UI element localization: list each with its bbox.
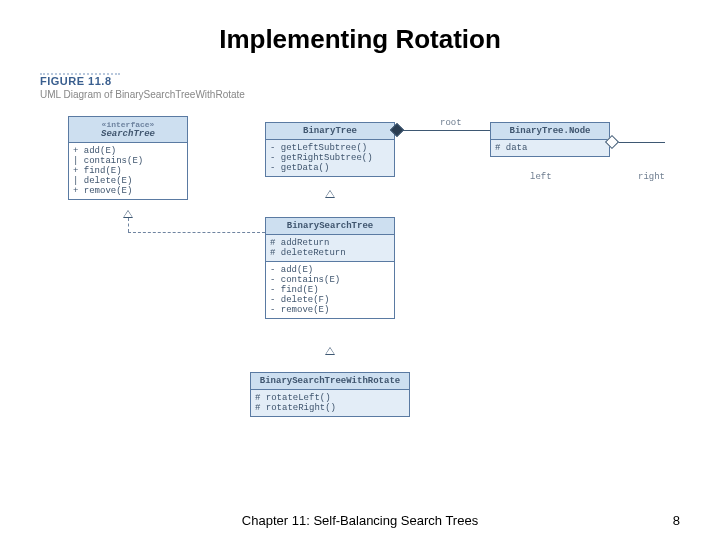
- realization-line-h: [128, 232, 265, 233]
- op: | contains(E): [73, 156, 183, 166]
- op: + remove(E): [73, 186, 183, 196]
- op: - getData(): [270, 163, 390, 173]
- op: - add(E): [270, 265, 390, 275]
- footer-chapter: Chapter 11: Self-Balancing Search Trees: [0, 513, 720, 528]
- footer-page-number: 8: [673, 513, 680, 528]
- class-name: SearchTree: [101, 129, 155, 139]
- uml-figure: FIGURE 11.8 UML Diagram of BinarySearchT…: [40, 72, 680, 472]
- op: - getLeftSubtree(): [270, 143, 390, 153]
- uml-class-rotate: BinarySearchTreeWithRotate # rotateLeft(…: [250, 372, 410, 417]
- op: + add(E): [73, 146, 183, 156]
- uml-class-node: BinaryTree.Node # data: [490, 122, 610, 157]
- realization-line-v: [128, 218, 129, 232]
- slide-footer: Chapter 11: Self-Balancing Search Trees …: [0, 513, 720, 528]
- uml-class-bst: BinarySearchTree # addReturn # deleteRet…: [265, 217, 395, 319]
- op: - remove(E): [270, 305, 390, 315]
- figure-label: FIGURE 11.8: [40, 75, 680, 87]
- op: - delete(F): [270, 295, 390, 305]
- class-name: BinarySearchTreeWithRotate: [260, 376, 400, 386]
- attr: # addReturn: [270, 238, 390, 248]
- attr: # rotateLeft(): [255, 393, 405, 403]
- generalization-arrow-icon: [325, 190, 335, 198]
- attr: # rotateRight(): [255, 403, 405, 413]
- uml-class-binarytree: BinaryTree - getLeftSubtree() - getRight…: [265, 122, 395, 177]
- assoc-root-line: [395, 130, 490, 131]
- slide-title: Implementing Rotation: [0, 24, 720, 55]
- uml-interface-searchtree: «interface» SearchTree + add(E) | contai…: [68, 116, 188, 200]
- attr: # deleteReturn: [270, 248, 390, 258]
- op: - getRightSubtree(): [270, 153, 390, 163]
- class-name: BinaryTree: [303, 126, 357, 136]
- figure-caption: UML Diagram of BinarySearchTreeWithRotat…: [40, 89, 680, 100]
- stereotype-label: «interface»: [71, 120, 185, 129]
- assoc-label-left: left: [530, 172, 552, 182]
- assoc-label-right: right: [638, 172, 665, 182]
- realization-arrow-icon: [123, 210, 133, 218]
- op: - find(E): [270, 285, 390, 295]
- attr: # data: [495, 143, 605, 153]
- assoc-label-root: root: [440, 118, 462, 128]
- generalization-arrow-icon: [325, 347, 335, 355]
- op: | delete(E): [73, 176, 183, 186]
- op: + find(E): [73, 166, 183, 176]
- op: - contains(E): [270, 275, 390, 285]
- class-name: BinaryTree.Node: [509, 126, 590, 136]
- class-name: BinarySearchTree: [287, 221, 373, 231]
